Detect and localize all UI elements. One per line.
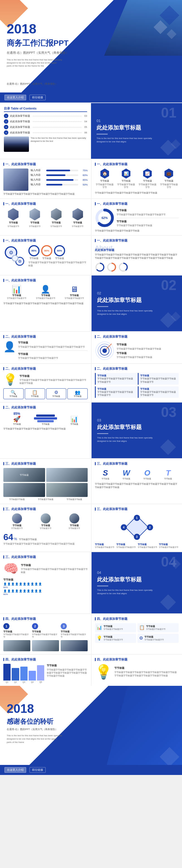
panel-1a: 一、此处添加章节标题 输入内容 75% 输入内容 xyxy=(0,159,91,198)
big-num-1: 64 % 节节标题字节标题 xyxy=(3,532,88,542)
hex-item-3: 节节标题 字节标题字节 xyxy=(46,208,66,228)
panel-2b: 一、此处添加章节标题 62% 节节标题 字节标题字节标题字节标题字节标题字节标题… xyxy=(91,199,182,235)
row-11: 四、此处添加章节标题 1 节节标题 字节标题字节标题字节标题字节 2 节节标题 … xyxy=(0,613,182,654)
pi2-2: 👤 xyxy=(7,589,10,592)
bulb-large-section: 💡 节节标题 字节标题字节标题字节标题字节标题字节标题字节标题字节标题字节标题字… xyxy=(95,664,179,680)
thanks-footer: 在这里入介绍 前往链接 xyxy=(0,765,182,775)
cover-desc: This is the text for this text frame tha… xyxy=(7,58,62,68)
heading-6b: 二、此处添加章节标题 xyxy=(95,367,179,371)
quad-text-1: 字节标题字节标题字节 xyxy=(95,546,115,549)
bar-label-2: Q2 xyxy=(12,681,19,683)
heading-dash-9b xyxy=(95,507,96,510)
card-text-3: 节节标题 字节标题字节标题字节 xyxy=(104,636,123,641)
heading-dash-3a xyxy=(3,239,4,242)
cover-meta-text: 在通用-右）图的PPT（实用大气（商务报告） xyxy=(7,82,58,86)
bar-5 xyxy=(37,665,44,681)
info-cell-text-4: 字节标题字节标题字节标题字节标题字节标题字节 xyxy=(140,391,177,397)
panel-5a: 二、此处添加章节标题 👤 节节标题 字节标题字节标题字节标题字节标题字节标题字节… xyxy=(0,332,91,363)
icon-4a-text-3: 字节标题字节标题字节 xyxy=(61,297,88,300)
progress-4: 输入内容 50% xyxy=(31,183,88,186)
hex-title-3: 节节标题 xyxy=(52,221,61,224)
heading-8a: 三、此处添加章节标题 xyxy=(3,462,88,466)
icon-4a-label-3: 节节标题 xyxy=(61,294,88,297)
info-cell-text-3: 字节标题字节标题字节标题字节标题字节标题字节 xyxy=(98,391,135,397)
toc-page-1: 03 xyxy=(84,115,87,117)
bar-labels: Q1 Q2 Q3 Q4 Q5 xyxy=(3,681,44,683)
toc-photo xyxy=(4,136,29,152)
swot-s: S 节节标题 xyxy=(102,469,109,480)
pi2-6: 👤 xyxy=(23,589,26,592)
swot-sublabel-s: 节节标题 xyxy=(102,477,109,480)
toc-label-3: 此处添加章节标题 xyxy=(10,125,30,129)
brain-title: 节节标题 xyxy=(21,563,88,567)
section-02-desc: This is the text for this text frame tha… xyxy=(97,309,158,316)
progress-3: 输入内容 85% xyxy=(31,178,88,182)
swot-letter-s: S xyxy=(102,469,109,477)
card-title-3: 节节标题 xyxy=(104,636,123,639)
card-grid: 📊 节节标题 字节标题字节标题字节 📋 节节标题 字节标题字节标题字节 💡 xyxy=(95,623,179,643)
nav-item-1[interactable]: 在这里入介绍 xyxy=(4,95,26,100)
thanks-footer-item-1[interactable]: 在这里入介绍 xyxy=(4,767,26,773)
panel-1b: 一、此处添加章节标题 🏠 节节标题 字节标题字节标题字节 📊 节节标题 字节标题… xyxy=(91,159,182,198)
thanks-footer-item-2[interactable]: 前往链接 xyxy=(30,767,46,773)
pi2-10: 👤 xyxy=(38,589,42,592)
icon-hex-3: 📈 xyxy=(143,168,152,179)
target-desc-2: 字节标题字节标题字节标题字节标题 xyxy=(117,356,179,359)
photo-11a-1 xyxy=(3,640,30,651)
toc-panel: 目录 Table of Contents 1 此处添加章节标题 03 2 此处添… xyxy=(0,103,91,159)
person-large-icon: 👤 xyxy=(3,341,16,353)
brain-section: 🧠 节节标题 字节标题字节标题字节标题字节标题字节标题字节标题字节标题字节标题 xyxy=(3,561,88,576)
thanks-title: 感谢各位的聆听 xyxy=(7,717,175,726)
photo-text-2: 节节标题字节标题 xyxy=(32,498,59,501)
pi-5: 👤 xyxy=(19,583,22,586)
pi2-1: 👤 xyxy=(3,589,7,592)
progress-val-1: 75% xyxy=(80,169,88,172)
bulb-large-text: 节节标题 字节标题字节标题字节标题字节标题字节标题字节标题字节标题字节标题字节标… xyxy=(114,666,179,677)
icon-hex-1: 🏠 xyxy=(100,168,110,179)
team-name-3: 节节标题 xyxy=(61,524,88,527)
photo-grid-4 xyxy=(46,483,88,497)
panel-11a: 四、此处添加章节标题 1 节节标题 字节标题字节标题字节标题字节 2 节节标题 … xyxy=(0,614,91,654)
icon-hex-4: 💼 xyxy=(164,168,174,179)
heading-dash-8a xyxy=(3,462,4,465)
photo-text-1: 节节标题字节标题 xyxy=(3,498,30,501)
team-photo-1 xyxy=(12,514,22,523)
info-cell-3: 节节标题 字节标题字节标题字节标题字节标题字节标题字节 xyxy=(95,386,136,398)
progress-label-4: 输入内容 xyxy=(31,183,44,186)
row-4: 一、此处添加章节标题 📊 节节标题 字节标题字节标题字节 👤 节节标题 字节标题… xyxy=(0,275,182,331)
about-donut-3 xyxy=(118,262,128,272)
progress-bg-3 xyxy=(46,179,78,181)
nav-item-2[interactable]: 前往链接 xyxy=(30,95,46,100)
pi-2: 👤 xyxy=(7,583,10,586)
circle-stat-3: 60% 节节标题 xyxy=(54,245,65,260)
quad-text-2: 字节标题字节标题字节 xyxy=(116,546,136,549)
thanks-subtitle: 在通用-右）图的PPT（实用大气（商务报告） xyxy=(7,727,175,731)
info-cell-text-2: 字节标题字节标题字节标题字节标题字节标题字节 xyxy=(140,377,177,383)
person-section: 👤 节节标题 字节标题字节标题字节标题字节标题字节标题字节标题字节标题字节 节节… xyxy=(3,341,88,359)
section-03-desc: This is the text for this text frame tha… xyxy=(97,436,158,443)
pi-10: 👤 xyxy=(38,583,42,586)
bulb-large-desc: 字节标题字节标题字节标题字节标题字节标题字节标题字节标题字节标题字节标题字节标题… xyxy=(114,671,179,677)
donut-text-1: 节节标题 字节标题字节标题字节标题字节标题字节标题字节 节节标题 字节标题字节标… xyxy=(117,209,179,227)
bulb-icon-item-2: 📋 节节标题 xyxy=(25,388,45,399)
bar-label-5: Q5 xyxy=(37,681,44,683)
section-04-title: 此处添加章节标题 xyxy=(97,576,176,583)
circle-ring-1: 85% xyxy=(28,245,39,256)
icon-label-2: 节节标题 xyxy=(121,179,131,182)
target-title-2: 节节标题 xyxy=(117,351,179,355)
card-3: 💡 节节标题 字节标题字节标题字节 xyxy=(95,634,136,643)
bulb-sub-label-4: 节节标题 xyxy=(69,395,86,398)
stat-row: 64 % 节节标题字节标题 字节标题字节标题字节标题字节标题字节标题字节标题字节… xyxy=(3,532,88,546)
quad-label-1: 节节标题 字节标题字节标题字节 xyxy=(95,543,115,549)
bar-label-1: Q1 xyxy=(3,681,10,683)
info-cell-title-2: 节节标题 xyxy=(140,374,177,377)
rocket-item-2: 节节标题 xyxy=(32,414,59,426)
icon-label-3: 节节标题 xyxy=(143,179,152,182)
num-text-3: 字节标题字节标题字节标题字节 xyxy=(61,633,88,638)
heading-dash-12b xyxy=(95,658,96,661)
card-icon-4: ⚙ xyxy=(139,636,143,641)
icon-chart: 📊 xyxy=(3,285,30,294)
desc-7a: 字节标题字节标题字节标题字节标题字节标题字节标题字节标题 xyxy=(3,427,88,430)
bar-label-4: Q4 xyxy=(29,681,36,683)
gear-desc: 字节标题字节标题字节标题字节标题字节标题字节标题字节标题 xyxy=(28,261,88,267)
